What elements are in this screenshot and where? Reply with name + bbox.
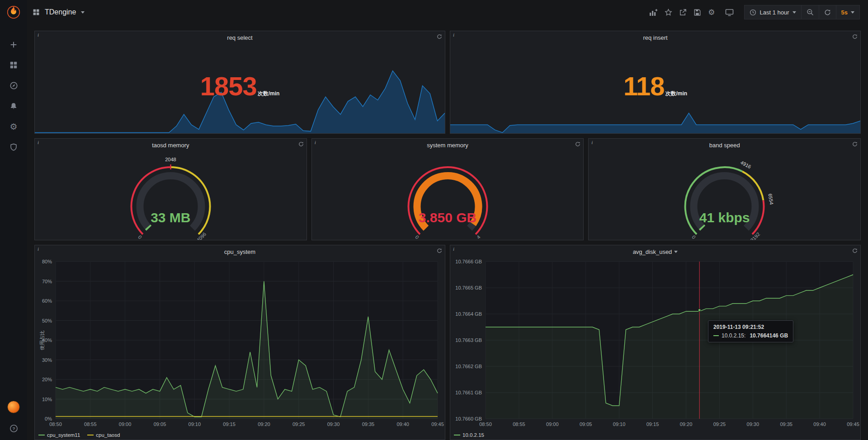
sidebar-alerting-button[interactable]: [9, 102, 18, 110]
dashboard-title: TDengine: [45, 8, 76, 16]
svg-text:09:00: 09:00: [546, 421, 559, 427]
req-insert-value-group: 118 次数/min: [450, 73, 860, 99]
cycle-view-button[interactable]: [725, 9, 734, 16]
row-singlestats: i req select 1853 次数/min: [34, 31, 861, 134]
taosd-memory-gauge[interactable]: 020484096: [35, 151, 307, 240]
svg-text:09:25: 09:25: [292, 421, 305, 427]
avg-disk-used-chart[interactable]: 10.7660 GB10.7661 GB10.7662 GB10.7663 GB…: [450, 258, 860, 430]
panel-title-req-insert[interactable]: req insert: [450, 31, 860, 44]
req-insert-unit: 次数/min: [665, 90, 687, 98]
panel-avg-disk-used: i avg_disk_used 10.7660 GB10.7661 GB10.7…: [450, 245, 861, 440]
panel-info-icon[interactable]: i: [38, 32, 39, 37]
taosd-memory-value: 33 MB: [35, 210, 307, 225]
system-memory-gauge[interactable]: 04: [312, 151, 584, 240]
save-dashboard-button[interactable]: [693, 9, 701, 16]
sidebar-create-button[interactable]: [9, 41, 18, 49]
sidebar-configuration-button[interactable]: ⚙: [9, 122, 17, 131]
req-select-value: 1853: [200, 73, 257, 99]
svg-text:2048: 2048: [165, 157, 176, 162]
sidebar-explore-button[interactable]: [9, 81, 18, 90]
svg-text:09:35: 09:35: [780, 421, 793, 427]
band-speed-gauge[interactable]: 0491665548192: [589, 151, 860, 240]
legend-label: cpu_taosd: [96, 432, 120, 438]
panel-title-avg-disk-used[interactable]: avg_disk_used: [450, 245, 860, 258]
sidebar: ⚙ ?: [0, 0, 27, 440]
add-panel-button[interactable]: [649, 9, 658, 16]
svg-text:09:40: 09:40: [396, 421, 409, 427]
panel-title-system-memory[interactable]: system memory: [312, 139, 584, 151]
panel-title-req-select[interactable]: req select: [35, 31, 445, 44]
clock-icon: [750, 9, 756, 16]
svg-text:09:45: 09:45: [431, 421, 444, 427]
graph-tooltip: 2019-11-13 09:21:52 10.0.2.15: 10.766414…: [708, 320, 793, 342]
svg-text:09:40: 09:40: [813, 421, 826, 427]
panel-refresh-icon[interactable]: [298, 141, 304, 147]
panel-title-cpu-system[interactable]: cpu_system: [35, 245, 445, 258]
navbar: TDengine: [27, 0, 868, 24]
share-dashboard-button[interactable]: [679, 9, 687, 16]
panel-refresh-icon[interactable]: [575, 141, 580, 147]
panel-refresh-icon[interactable]: [852, 34, 858, 39]
refresh-button[interactable]: [819, 5, 836, 19]
panel-title-taosd-memory[interactable]: taosd memory: [35, 139, 307, 151]
help-button[interactable]: ?: [9, 424, 18, 433]
time-range-label: Last 1 hour: [760, 9, 789, 16]
band-speed-value: 41 kbps: [589, 210, 860, 225]
panel-refresh-icon[interactable]: [437, 248, 442, 253]
panel-info-icon[interactable]: i: [38, 140, 39, 145]
zoom-out-button[interactable]: [802, 5, 819, 19]
tooltip-color-mark: [713, 335, 719, 336]
panel-info-icon[interactable]: i: [453, 246, 454, 252]
panel-title-text: cpu_system: [224, 248, 255, 255]
star-icon: [665, 9, 672, 16]
legend-item-cpu-taosd[interactable]: cpu_taosd: [87, 432, 120, 438]
panel-info-icon[interactable]: i: [38, 246, 39, 252]
svg-text:09:20: 09:20: [680, 421, 693, 427]
panel-title-text: req select: [227, 34, 252, 41]
panel-info-icon[interactable]: i: [315, 140, 316, 145]
tooltip-series-row: 10.0.2.15: 10.7664146 GB: [713, 332, 788, 339]
tooltip-series-name: 10.0.2.15:: [722, 332, 745, 339]
sidebar-dashboards-button[interactable]: [9, 61, 18, 69]
legend-color-mark: [454, 435, 460, 435]
panel-refresh-icon[interactable]: [852, 248, 858, 253]
user-avatar[interactable]: [7, 401, 20, 413]
svg-text:08:55: 08:55: [513, 421, 525, 427]
panel-system-memory: i system memory 04 3.850 GB: [311, 138, 584, 240]
panel-refresh-icon[interactable]: [437, 34, 442, 39]
sidebar-server-admin-button[interactable]: [9, 143, 18, 151]
svg-text:09:30: 09:30: [747, 421, 760, 427]
svg-text:0%: 0%: [45, 416, 52, 421]
svg-text:09:15: 09:15: [646, 421, 659, 427]
svg-text:30%: 30%: [42, 357, 52, 363]
dashboard-grid-icon: [33, 9, 40, 16]
cpu-system-chart[interactable]: 0%10%20%30%40%50%60%70%80%08:5008:5509:0…: [35, 258, 445, 430]
svg-text:4: 4: [476, 234, 481, 240]
panel-info-icon[interactable]: i: [453, 32, 454, 37]
panel-taosd-memory: i taosd memory 020484096 33 MB: [34, 138, 307, 240]
svg-text:10.7664 GB: 10.7664 GB: [455, 311, 482, 317]
panel-title-band-speed[interactable]: band speed: [589, 139, 860, 151]
dashboard-settings-button[interactable]: ⚙: [708, 9, 715, 16]
refresh-interval-picker[interactable]: 5s: [836, 5, 860, 19]
plus-icon: [9, 41, 18, 49]
time-range-picker[interactable]: Last 1 hour: [744, 5, 801, 19]
panel-band-speed: i band speed 0491665548192 41 kbps: [588, 138, 861, 240]
taosd-memory-body: 020484096 33 MB: [35, 151, 307, 240]
cpu-legend: cpu_system11 cpu_taosd: [38, 432, 120, 438]
svg-text:09:20: 09:20: [258, 421, 270, 427]
legend-item-10-0-2-15[interactable]: 10.0.2.15: [454, 432, 484, 438]
svg-text:10.7662 GB: 10.7662 GB: [455, 364, 482, 369]
star-dashboard-button[interactable]: [665, 9, 672, 16]
dashboard-title-group[interactable]: TDengine: [33, 8, 85, 16]
svg-text:10.7666 GB: 10.7666 GB: [455, 259, 482, 264]
grafana-logo[interactable]: [0, 0, 27, 24]
grafana-app: ⚙ ?: [0, 0, 868, 440]
panel-info-icon[interactable]: i: [591, 140, 593, 145]
panel-refresh-icon[interactable]: [852, 141, 858, 147]
svg-text:09:00: 09:00: [119, 421, 132, 427]
svg-text:4916: 4916: [740, 159, 752, 169]
legend-item-cpu-system11[interactable]: cpu_system11: [38, 432, 80, 438]
tooltip-timestamp: 2019-11-13 09:21:52: [713, 324, 788, 330]
svg-text:0: 0: [137, 234, 143, 240]
